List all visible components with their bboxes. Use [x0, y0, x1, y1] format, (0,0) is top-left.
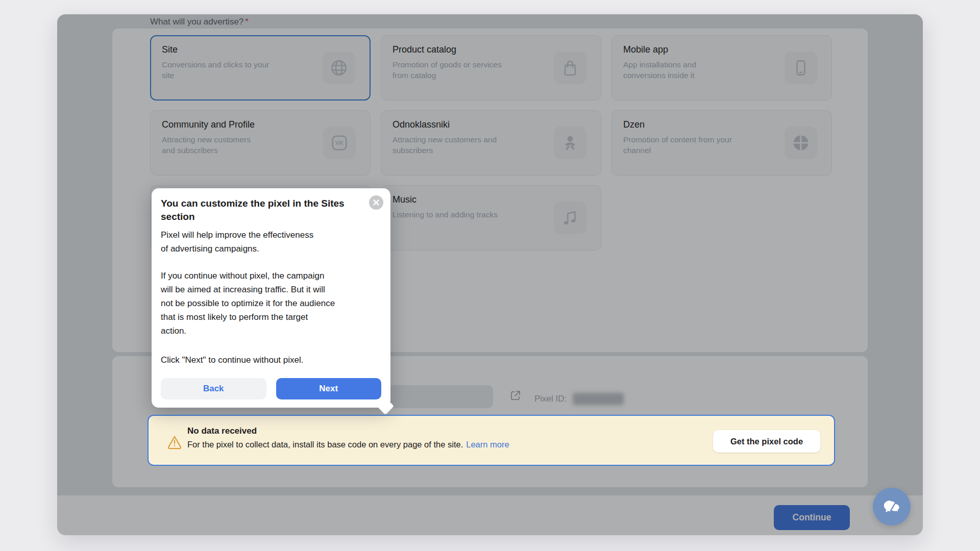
banner-text: For the pixel to collect data, install i… [187, 440, 509, 449]
tooltip-paragraph-3: Click "Next" to continue without pixel. [161, 353, 381, 367]
support-chat-button[interactable] [873, 488, 911, 525]
learn-more-link[interactable]: Learn more [466, 440, 509, 449]
campaign-setup-modal: What will you advertise?* Site Conversio… [57, 14, 923, 535]
tooltip-title: You can customize the pixel in the Sites… [161, 197, 363, 223]
banner-title: No data received [187, 426, 257, 436]
get-pixel-code-button[interactable]: Get the pixel code [713, 430, 820, 453]
close-icon[interactable] [369, 195, 383, 210]
warning-triangle-icon [167, 434, 182, 449]
tooltip-paragraph-1: Pixel will help improve the effectivenes… [161, 228, 381, 256]
no-data-warning-banner: No data received For the pixel to collec… [148, 415, 835, 466]
tooltip-paragraph-2: If you continue without pixel, the campa… [161, 269, 381, 338]
banner-text-body: For the pixel to collect data, install i… [187, 440, 463, 449]
back-button[interactable]: Back [161, 378, 266, 399]
pixel-onboarding-tooltip: You can customize the pixel in the Sites… [152, 188, 390, 408]
next-button[interactable]: Next [276, 378, 382, 399]
chat-bubbles-icon [881, 496, 902, 517]
tooltip-actions: Back Next [161, 378, 381, 399]
